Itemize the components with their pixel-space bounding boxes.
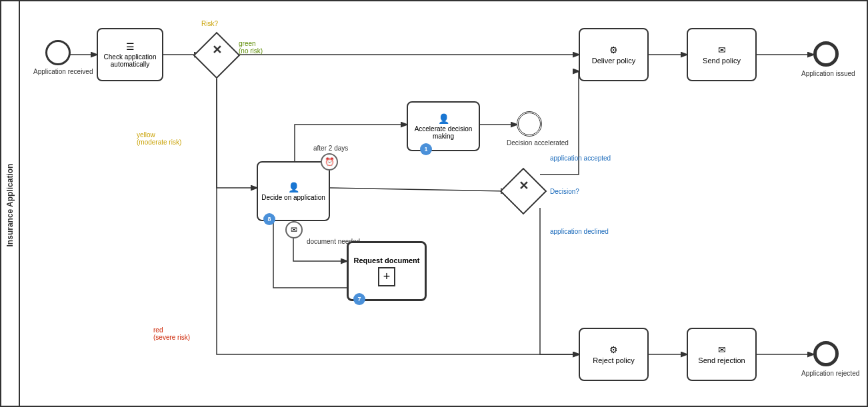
accelerate-task-icon: 👤 (438, 113, 449, 124)
badge-1: 1 (420, 143, 432, 155)
check-task-label: Check application automatically (101, 53, 159, 68)
reject-policy-label: Reject policy (593, 356, 634, 364)
end-rejected-event (813, 341, 839, 366)
decide-task-label: Decide on application (261, 194, 325, 201)
request-doc-task[interactable]: Request document + (347, 241, 427, 301)
risk-label: Risk? (201, 20, 218, 27)
check-task-icon: ☰ (126, 41, 135, 52)
check-task[interactable]: ☰ Check application automatically (97, 28, 163, 81)
accelerate-task[interactable]: 👤 Accelerate decision making (407, 101, 480, 151)
decision-accelerated-label: Decision accelerated (507, 139, 553, 147)
diagram-area: Application received ☰ Check application… (20, 1, 867, 406)
send-rejection-icon: ✉ (718, 344, 726, 355)
end-rejected-label: Application rejected (801, 370, 851, 377)
decide-task-icon: 👤 (288, 182, 299, 193)
start-event (45, 40, 71, 65)
deliver-task-label: Deliver policy (592, 57, 635, 65)
end-issued-label: Application issued (801, 70, 851, 77)
accelerate-task-label: Accelerate decision making (411, 125, 476, 140)
request-doc-label: Request document (353, 256, 419, 264)
red-label: red(severe risk) (153, 326, 190, 341)
badge-8: 8 (263, 213, 275, 225)
reject-policy-icon: ⚙ (609, 344, 618, 355)
timer-icon: ⏰ (321, 153, 338, 171)
send-policy-task[interactable]: ✉ Send policy (687, 28, 757, 81)
send-rejection-task[interactable]: ✉ Send rejection (687, 328, 757, 381)
risk-gateway[interactable] (193, 32, 241, 79)
yellow-label: yellow(moderate risk) (137, 131, 181, 146)
request-doc-plus-icon: + (378, 267, 396, 286)
decide-task[interactable]: ⏰ 👤 Decide on application (257, 161, 330, 221)
diagram-container: Insurance Application (0, 0, 868, 407)
reject-policy-task[interactable]: ⚙ Reject policy (579, 328, 649, 381)
send-policy-icon: ✉ (718, 45, 726, 55)
send-policy-label: Send policy (703, 57, 741, 65)
deliver-task[interactable]: ⚙ Deliver policy (579, 28, 649, 81)
decision-gateway[interactable] (500, 168, 547, 215)
deliver-task-icon: ⚙ (609, 45, 618, 55)
pool-label-text: Insurance Application (5, 163, 15, 246)
after2days-label: after 2 days (313, 145, 348, 152)
green-label: green(no risk) (239, 40, 263, 55)
pool-label: Insurance Application (1, 1, 20, 407)
send-rejection-label: Send rejection (698, 356, 745, 364)
svg-line-3 (330, 188, 507, 191)
badge-7: 7 (353, 293, 365, 305)
decision-accelerated-event (517, 111, 542, 137)
decision-label: Decision? (550, 188, 579, 195)
app-declined-label: application declined (550, 228, 609, 235)
app-accepted-label: application accepted (550, 155, 611, 162)
message-icon: ✉ (285, 221, 303, 238)
start-event-label: Application received (33, 68, 80, 75)
end-issued-event (813, 41, 839, 67)
